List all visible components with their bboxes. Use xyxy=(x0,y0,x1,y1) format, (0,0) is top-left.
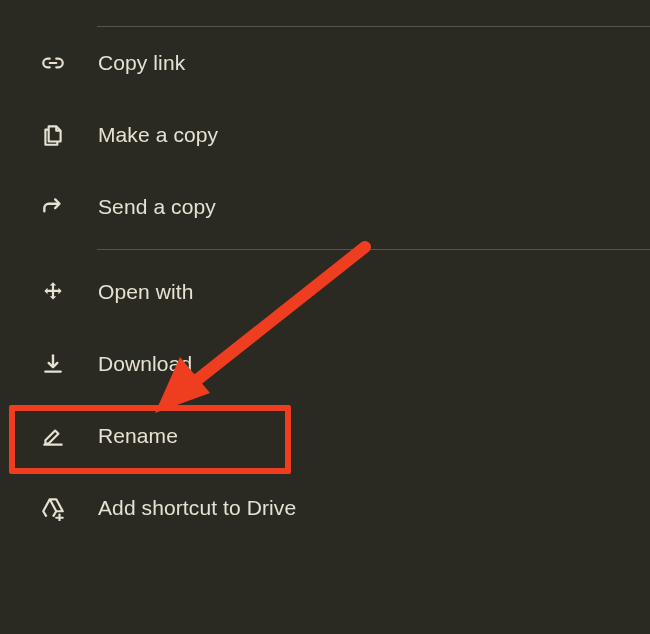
menu-item-rename[interactable]: Rename xyxy=(0,400,650,472)
menu-item-send-copy[interactable]: Send a copy xyxy=(0,171,650,243)
menu-item-copy-link[interactable]: Copy link xyxy=(0,27,650,99)
arrow-forward-icon xyxy=(40,194,66,220)
pencil-line-icon xyxy=(40,423,66,449)
menu-item-label: Add shortcut to Drive xyxy=(98,496,296,520)
menu-item-label: Rename xyxy=(98,424,178,448)
menu-item-label: Open with xyxy=(98,280,193,304)
menu-item-label: Copy link xyxy=(98,51,185,75)
menu-item-label: Download xyxy=(98,352,192,376)
drive-add-icon xyxy=(40,495,66,521)
menu-item-label: Send a copy xyxy=(98,195,216,219)
move-arrows-icon xyxy=(40,279,66,305)
context-menu: Copy link Make a copy Send a copy Ope xyxy=(0,0,650,544)
file-copy-icon xyxy=(40,122,66,148)
download-icon xyxy=(40,351,66,377)
menu-item-make-copy[interactable]: Make a copy xyxy=(0,99,650,171)
menu-item-open-with[interactable]: Open with xyxy=(0,256,650,328)
link-icon xyxy=(40,50,66,76)
menu-item-add-shortcut[interactable]: Add shortcut to Drive xyxy=(0,472,650,544)
menu-item-label: Make a copy xyxy=(98,123,218,147)
divider xyxy=(97,249,650,250)
menu-item-download[interactable]: Download xyxy=(0,328,650,400)
